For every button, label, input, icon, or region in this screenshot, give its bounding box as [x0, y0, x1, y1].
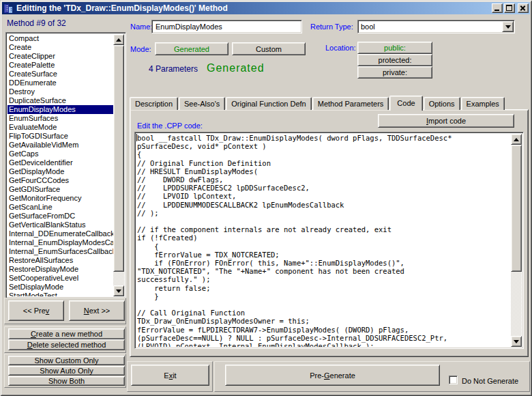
list-item[interactable]: DDEnumerate	[8, 79, 113, 87]
list-item[interactable]: GetMonitorFrequency	[8, 194, 113, 203]
list-item[interactable]: FlipToGDISurface	[8, 132, 113, 141]
list-item[interactable]: GetScanLine	[8, 203, 113, 212]
list-item[interactable]: SetDisplayMode	[8, 283, 113, 292]
maximize-icon	[506, 5, 512, 11]
list-item[interactable]: EnumSurfaces	[8, 114, 113, 123]
return-type-combobox[interactable]: bool	[357, 20, 515, 33]
methods-listbox[interactable]: CompactCreateCreateClipperCreatePaletteC…	[5, 32, 126, 298]
close-button[interactable]	[518, 3, 529, 13]
list-item[interactable]: RestoreDisplayMode	[8, 265, 113, 274]
list-item[interactable]: GetSurfaceFromDC	[8, 212, 113, 221]
list-item[interactable]: GetCaps	[8, 150, 113, 158]
name-input[interactable]	[153, 22, 300, 31]
next-accel: N	[84, 307, 89, 315]
tab-original-function-defn[interactable]: Original Function Defn	[226, 97, 311, 110]
list-item[interactable]: GetDisplayMode	[8, 167, 113, 176]
maximize-button[interactable]	[504, 3, 515, 13]
list-item[interactable]: Compact	[8, 34, 113, 43]
tab-options[interactable]: Options	[424, 97, 460, 110]
location-protected-button[interactable]: protected:	[357, 54, 432, 66]
window-title: Editting the 'TDx_Draw::EnumDisplayModes…	[16, 3, 490, 13]
location-label: Location:	[325, 44, 356, 52]
code-scroll-down-button[interactable]	[511, 336, 522, 347]
list-item[interactable]: CreatePalette	[8, 61, 113, 70]
list-item[interactable]: CreateSurface	[8, 70, 113, 79]
mode-custom-button[interactable]: Custom	[232, 42, 306, 55]
do-not-generate-checkbox[interactable]	[449, 376, 458, 384]
pregen-label-start: Pre-	[310, 371, 324, 380]
list-item[interactable]: RestoreAllSurfaces	[8, 256, 113, 265]
prev-button[interactable]: << Prev	[8, 300, 64, 321]
tab-strip: DescriptionSee-Also'sOriginal Function D…	[130, 95, 505, 110]
return-type-label: Return Type:	[310, 23, 353, 31]
edit-cpp-label: Edit the .CPP code:	[137, 122, 203, 130]
list-item[interactable]: StartModeTest	[8, 292, 113, 296]
chevron-down-icon	[505, 25, 511, 29]
delete-accel: D	[27, 341, 33, 349]
minimize-button[interactable]	[492, 3, 503, 13]
tab-see-also-s[interactable]: See-Also's	[179, 97, 225, 110]
tab-description[interactable]: Description	[130, 97, 178, 110]
show-custom-only-button[interactable]: Show Custom Only	[8, 356, 125, 365]
import-label: mport code	[428, 117, 466, 125]
next-button[interactable]: Next >>	[69, 300, 125, 321]
code-text[interactable]: bool __fastcall TDx_Draw::EnumDisplayMod…	[137, 134, 510, 347]
mode-generated-button[interactable]: Generated	[155, 42, 228, 55]
location-public-button[interactable]: public:	[357, 42, 432, 54]
show-auto-only-button[interactable]: Show Auto Only	[8, 366, 125, 376]
methods-scrollbar[interactable]	[113, 34, 124, 296]
arrow-up-icon	[116, 38, 121, 42]
exit-label-start: E	[164, 371, 168, 380]
pregen-accel: G	[324, 371, 330, 380]
code-tab-page: Edit the .CPP code: Import code bool __f…	[130, 109, 529, 357]
create-label: reate a new method	[36, 330, 102, 338]
code-scrollbar[interactable]	[511, 134, 522, 347]
title-bar[interactable]: Editting the 'TDx_Draw::EnumDisplayModes…	[2, 2, 530, 14]
exit-button[interactable]: Exit	[131, 365, 209, 386]
list-item[interactable]: Internal_EnumSurfacesCallback	[8, 247, 113, 256]
list-item[interactable]: EvaluateMode	[8, 123, 113, 132]
list-item[interactable]: DuplicateSurface	[8, 96, 113, 105]
location-private-button[interactable]: private:	[357, 66, 432, 79]
generated-status: Generated	[207, 62, 265, 74]
name-label: Name:	[130, 23, 152, 31]
tab-code[interactable]: Code	[389, 96, 422, 111]
list-item[interactable]: GetVerticalBlankStatus	[8, 221, 113, 229]
scroll-thumb[interactable]	[113, 45, 124, 272]
do-not-generate-label: Do Not Generate	[462, 377, 518, 385]
arrow-up-icon	[514, 138, 519, 141]
list-item[interactable]: GetDeviceIdentifier	[8, 158, 113, 167]
tab-method-parameters[interactable]: Method Parameters	[312, 97, 389, 110]
dialog-window: Editting the 'TDx_Draw::EnumDisplayModes…	[0, 0, 532, 396]
return-type-value: bool	[361, 22, 375, 32]
create-accel: C	[31, 330, 36, 338]
minimize-icon	[494, 10, 499, 11]
list-item[interactable]: Destroy	[8, 87, 113, 96]
list-item[interactable]: Internal_EnumDisplayModesCallback	[8, 238, 113, 247]
create-method-button[interactable]: Create a new method	[8, 328, 125, 339]
delete-method-button[interactable]: Delete selected method	[8, 339, 125, 350]
prev-label: << Pre	[23, 307, 46, 315]
list-item[interactable]: EnumDisplayModes	[8, 105, 113, 114]
method-counter: Method #9 of 32	[7, 18, 66, 28]
scroll-down-button[interactable]	[113, 285, 124, 296]
show-both-button[interactable]: Show Both	[8, 376, 125, 386]
list-item[interactable]: Internal_DDEnumerateCallback	[8, 229, 113, 238]
list-item[interactable]: GetGDISurface	[8, 185, 113, 194]
list-item[interactable]: GetAvailableVidMem	[8, 141, 113, 150]
return-type-dropdown-button[interactable]	[502, 21, 514, 32]
list-item[interactable]: Create	[8, 43, 113, 52]
next-label: ext >>	[89, 307, 110, 315]
code-editor[interactable]: bool __fastcall TDx_Draw::EnumDisplayMod…	[134, 132, 524, 349]
code-scroll-thumb[interactable]	[511, 145, 522, 272]
import-code-button[interactable]: Import code	[378, 114, 514, 128]
prev-accel: v	[46, 307, 50, 315]
list-item[interactable]: CreateClipper	[8, 52, 113, 61]
delete-label: elete selected method	[33, 341, 106, 349]
code-scroll-up-button[interactable]	[511, 134, 522, 145]
pre-generate-button[interactable]: Pre-Generate	[225, 365, 440, 386]
scroll-up-button[interactable]	[113, 34, 124, 45]
list-item[interactable]: GetFourCCCodes	[8, 176, 113, 185]
tab-examples[interactable]: Examples	[461, 97, 505, 110]
list-item[interactable]: SetCooperativeLevel	[8, 274, 113, 283]
